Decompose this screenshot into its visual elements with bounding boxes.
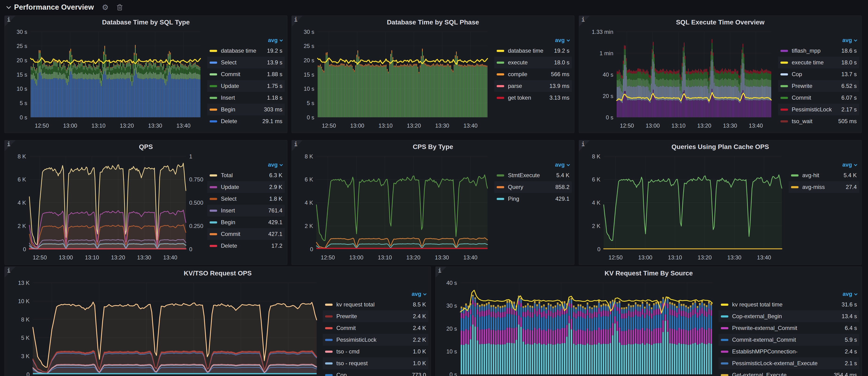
legend-stat-label: avg [268,37,278,44]
series-value: 1.18 s [264,94,282,101]
legend-item[interactable]: get token 3.13 ms [494,92,572,104]
legend-item[interactable]: Insert 761.4 [207,205,285,216]
legend-item[interactable]: tso - cmd 1.0 K [323,346,428,357]
legend-item[interactable]: tso_wait 505 ms [778,115,859,127]
legend-stat-header[interactable]: avg [494,160,572,169]
dashboard-title[interactable]: Performance Overview [14,3,94,11]
legend-item[interactable]: Total 6.3 K [207,169,285,181]
legend-item[interactable]: Update 1.75 s [207,80,285,92]
dashboard-panel: i Queries Using Plan Cache OPS 02 K4 K6 … [579,140,862,265]
series-label: parse [508,83,522,89]
legend-item[interactable]: execute time 18.0 s [778,57,859,68]
chevron-down-icon [854,292,858,295]
series-label: Cop [336,372,347,376]
dashboard-header: Performance Overview ⚙ [0,0,868,15]
legend-item[interactable]: kv request total 8.5 K [323,299,428,311]
legend-stat-header[interactable]: avg [789,160,859,169]
svg-text:6 K: 6 K [18,176,26,182]
panel-chart: 0 s20 s40 s1 min1.33 min12:5013:0013:101… [581,28,777,132]
trash-icon[interactable] [117,4,123,11]
legend-item[interactable]: Get-external_Execute 354.4 ms [718,369,859,376]
panel-title[interactable]: Database Time by SQL Phase [292,19,574,26]
svg-text:10 K: 10 K [18,298,30,304]
chevron-down-icon[interactable] [6,4,11,9]
legend-item[interactable]: tiflash_mpp 18.6 s [778,45,859,57]
panel-title[interactable]: KV Request Time By Source [436,269,862,277]
series-value: 429.1 [265,219,282,226]
series-value: 2.4 K [410,313,426,320]
legend-item[interactable]: compile 566 ms [494,68,572,80]
legend-item[interactable]: Commit 1.88 s [207,68,285,80]
panel-title[interactable]: Database Time by SQL Type [5,19,287,26]
svg-text:20 s: 20 s [603,93,613,99]
series-color-chip [210,73,217,76]
legend-stat-header[interactable]: avg [207,160,285,169]
svg-text:13:00: 13:00 [59,254,73,261]
gear-icon[interactable]: ⚙ [102,3,109,11]
legend-item[interactable]: Cop 13.7 s [778,68,859,80]
legend-stat-header[interactable]: avg [718,289,859,299]
svg-text:0.250: 0.250 [189,223,203,229]
legend-item[interactable]: Update 2.9 K [207,181,285,193]
legend-item[interactable]: PessimisticLock 2.17 s [778,104,859,115]
panel-title[interactable]: Queries Using Plan Cache OPS [579,143,861,151]
panel-title[interactable]: KV/TSO Request OPS [5,269,431,277]
series-label: Commit [792,94,811,101]
legend-item[interactable]: Delete 29.1 ms [207,115,285,127]
legend-item[interactable]: kv request total time 31.6 s [718,299,859,311]
legend-stat-header[interactable]: avg [323,289,428,299]
svg-text:12:50: 12:50 [321,254,335,261]
panel-title[interactable]: SQL Execute Time Overview [579,19,861,26]
legend-item[interactable]: Commit-external_Commit 5.9 s [718,334,859,346]
series-value: 13.4 s [838,313,857,320]
legend-stat-header[interactable]: avg [494,35,572,45]
legend-item[interactable]: Select 13.9 s [207,57,285,68]
series-value: 1.88 s [264,71,282,78]
legend-item[interactable]: Cop 773.0 [323,369,428,376]
svg-text:13 K: 13 K [18,280,30,286]
legend-item[interactable]: execute 18.0 s [494,57,572,68]
legend-item[interactable]: database time 19.2 s [207,45,285,57]
svg-text:0.500: 0.500 [189,200,203,206]
legend-item[interactable]: Prewrite 2.4 K [323,311,428,322]
legend-item[interactable]: Delete 17.2 [207,240,285,252]
series-label: Delete [221,242,237,249]
series-label: tso - request [336,360,368,367]
series-value: 13.7 s [838,71,857,78]
legend-item[interactable]: Begin 429.1 [207,216,285,228]
legend-stat-header[interactable]: avg [207,35,285,45]
legend-item[interactable]: Prewrite 6.52 s [778,80,859,92]
series-color-chip [721,351,728,353]
legend-item[interactable]: Commit 6.07 s [778,92,859,104]
legend-stat-header[interactable]: avg [778,35,859,45]
legend-item[interactable]: avg-miss 27.4 [789,181,859,193]
legend-item[interactable]: database time 19.2 s [494,45,572,57]
legend-item[interactable]: Cop-external_Begin 13.4 s [718,311,859,322]
legend-item[interactable]: Query 858.2 [494,181,572,193]
legend-item[interactable]: Commit 2.4 K [323,322,428,334]
legend-item[interactable]: PessimisticLock-external_Execute 2.1 s [718,357,859,369]
legend-item[interactable]: Prewrite-external_Commit 6.4 s [718,322,859,334]
legend-item[interactable]: StmtExecute 5.4 K [494,169,572,181]
legend-item[interactable]: Begin 303 ms [207,104,285,115]
svg-text:10 s: 10 s [17,86,27,92]
legend-item[interactable]: EstablishMPPConnection- 2.4 s [718,346,859,357]
panel-title[interactable]: QPS [5,143,287,151]
legend-item[interactable]: avg-hit 5.4 K [789,169,859,181]
legend-item[interactable]: Commit 427.1 [207,228,285,240]
legend-item[interactable]: Insert 1.18 s [207,92,285,104]
panel-title[interactable]: CPS By Type [292,143,574,151]
series-color-chip [325,303,333,306]
svg-text:0.750: 0.750 [189,176,203,182]
legend-item[interactable]: PessimisticLock 2.2 K [323,334,428,346]
svg-text:13:20: 13:20 [697,122,711,129]
svg-text:13:20: 13:20 [120,122,134,129]
dashboard-panel: i QPS 002 K0.2504 K0.5006 K0.7508 K112:5… [4,140,287,265]
legend-item[interactable]: Select 1.8 K [207,193,285,205]
svg-text:10 s: 10 s [446,348,457,355]
legend-item[interactable]: parse 13.9 ms [494,80,572,92]
svg-text:13:30: 13:30 [137,254,151,261]
legend-item[interactable]: Ping 429.1 [494,193,572,205]
legend-item[interactable]: tso - request 1.0 K [323,357,428,369]
svg-text:30 s: 30 s [17,29,27,35]
